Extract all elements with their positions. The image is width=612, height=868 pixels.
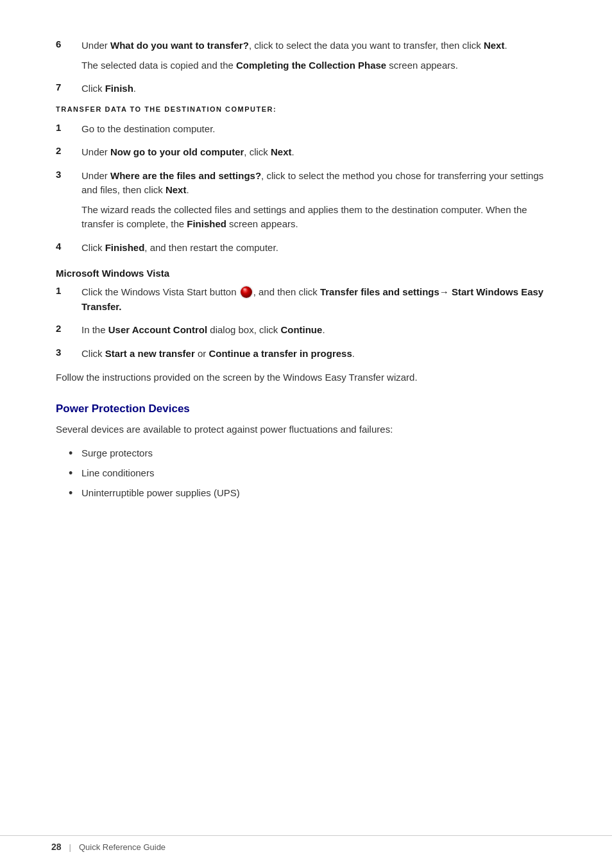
transfer-step-2: 2 Under Now go to your old computer, cli… xyxy=(56,145,556,160)
vista-2-bold2: Continue xyxy=(280,324,322,335)
vista-3-number: 3 xyxy=(56,347,81,358)
step-6-sub: The selected data is copied and the Comp… xyxy=(81,58,556,73)
power-bullet-list: • Surge protectors • Line conditioners •… xyxy=(69,446,556,501)
vista-step-1: 1 Click the Windows Vista Start button ,… xyxy=(56,285,556,314)
transfer-3-number: 3 xyxy=(56,169,81,180)
step-6-number: 6 xyxy=(56,39,81,49)
transfer-step-1: 1 Go to the destination computer. xyxy=(56,122,556,137)
vista-heading: Microsoft Windows Vista xyxy=(56,268,556,279)
transfer-3-sub: The wizard reads the collected files and… xyxy=(81,203,556,232)
bullet-dot-1: • xyxy=(69,446,81,461)
power-heading: Power Protection Devices xyxy=(56,403,556,415)
step-7-text: Click Finish. xyxy=(81,83,136,94)
follow-paragraph: Follow the instructions provided on the … xyxy=(56,370,556,385)
vista-3-bold2: Continue a transfer in progress xyxy=(208,348,352,359)
transfer-3-text: Under Where are the files and settings?,… xyxy=(81,170,543,196)
bullet-text-3: Uninterruptible power supplies (UPS) xyxy=(81,486,240,501)
vista-1-number: 1 xyxy=(56,285,81,296)
step-7-bold: Finish xyxy=(105,83,133,94)
vista-step-2: 2 In the User Account Control dialog box… xyxy=(56,323,556,338)
transfer-4-bold1: Finished xyxy=(105,242,145,253)
vista-1-content: Click the Windows Vista Start button , a… xyxy=(81,285,556,314)
step-6: 6 Under What do you want to transfer?, c… xyxy=(56,39,556,73)
step-7-number: 7 xyxy=(56,82,81,92)
step-7: 7 Click Finish. xyxy=(56,82,556,96)
windows-vista-start-icon xyxy=(241,286,252,298)
vista-3-bold1: Start a new transfer xyxy=(105,348,195,359)
step-6-sub-bold: Completing the Collection Phase xyxy=(236,60,386,71)
bullet-text-2: Line conditioners xyxy=(81,466,154,481)
footer-guide-text: Quick Reference Guide xyxy=(79,842,166,852)
transfer-4-number: 4 xyxy=(56,241,81,252)
transfer-2-content: Under Now go to your old computer, click… xyxy=(81,145,556,160)
footer-page-number: 28 xyxy=(51,842,62,852)
vista-arrow: → xyxy=(439,286,449,297)
step-6-bold2: Next xyxy=(484,40,505,51)
bullet-text-1: Surge protectors xyxy=(81,446,153,461)
footer-separator: | xyxy=(69,842,71,852)
transfer-3-sub-bold: Finished xyxy=(187,218,226,229)
transfer-3-content: Under Where are the files and settings?,… xyxy=(81,169,556,232)
step-6-bold1: What do you want to transfer? xyxy=(110,40,249,51)
bullet-dot-3: • xyxy=(69,486,81,501)
footer: 28 | Quick Reference Guide xyxy=(51,842,561,852)
transfer-4-content: Click Finished, and then restart the com… xyxy=(81,241,556,256)
transfer-1-content: Go to the destination computer. xyxy=(81,122,556,137)
power-intro: Several devices are available to protect… xyxy=(56,422,556,437)
content-area: 6 Under What do you want to transfer?, c… xyxy=(56,39,556,501)
vista-2-content: In the User Account Control dialog box, … xyxy=(81,323,556,338)
transfer-3-bold1: Where are the files and settings? xyxy=(110,170,261,181)
transfer-2-bold1: Now go to your old computer xyxy=(110,146,244,157)
bullet-dot-2: • xyxy=(69,466,81,481)
vista-1-bold1: Transfer files and settings→ Start Windo… xyxy=(81,286,543,312)
page: 6 Under What do you want to transfer?, c… xyxy=(0,0,612,868)
vista-step-3: 3 Click Start a new transfer or Continue… xyxy=(56,347,556,361)
step-7-content: Click Finish. xyxy=(81,82,556,96)
vista-2-number: 2 xyxy=(56,323,81,334)
step-6-content: Under What do you want to transfer?, cli… xyxy=(81,39,556,73)
transfer-1-number: 1 xyxy=(56,122,81,133)
footer-divider xyxy=(0,835,612,836)
transfer-heading: TRANSFER DATA TO THE DESTINATION COMPUTE… xyxy=(56,105,556,113)
bullet-item-1: • Surge protectors xyxy=(69,446,556,461)
bullet-item-3: • Uninterruptible power supplies (UPS) xyxy=(69,486,556,501)
vista-3-content: Click Start a new transfer or Continue a… xyxy=(81,347,556,361)
step-6-text: Under What do you want to transfer?, cli… xyxy=(81,40,507,51)
transfer-step-4: 4 Click Finished, and then restart the c… xyxy=(56,241,556,256)
transfer-3-bold2: Next xyxy=(166,184,187,195)
vista-2-bold1: User Account Control xyxy=(108,324,207,335)
bullet-item-2: • Line conditioners xyxy=(69,466,556,481)
transfer-step-3: 3 Under Where are the files and settings… xyxy=(56,169,556,232)
transfer-2-bold2: Next xyxy=(271,146,292,157)
transfer-2-number: 2 xyxy=(56,145,81,156)
